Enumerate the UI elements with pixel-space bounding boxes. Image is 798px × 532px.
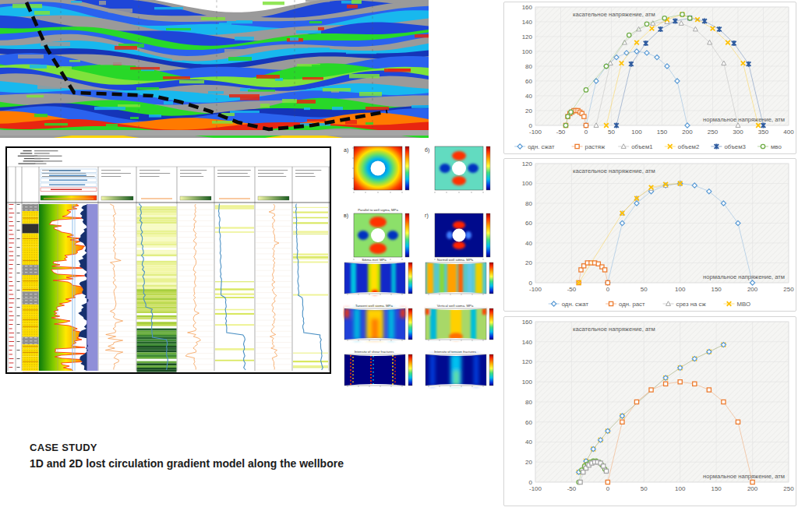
svg-text:-100: -100 [529, 485, 542, 492]
svg-text:60: 60 [525, 419, 532, 426]
svg-text:-100: -100 [529, 286, 542, 293]
colorbar [408, 354, 412, 386]
svg-text:300: 300 [733, 129, 743, 136]
svg-text:объем3: объем3 [724, 143, 745, 150]
svg-text:0: 0 [606, 286, 610, 293]
svg-text:срез на сж: срез на сж [676, 301, 707, 308]
stress-plot-b-label: б) [425, 147, 429, 153]
colorbar [486, 146, 490, 190]
svg-text:одн. сжат: одн. сжат [562, 301, 589, 308]
caption-subtitle: 1D and 2D lost circulation gradient mode… [30, 456, 344, 471]
well-log-svg [5, 146, 331, 374]
mohr-chart-envelope: -100-50050100150200250020406080100120140… [503, 316, 796, 506]
svg-text:40: 40 [525, 93, 532, 100]
svg-text:мво: мво [771, 143, 782, 150]
svg-text:40: 40 [525, 240, 532, 247]
svg-text:250: 250 [783, 286, 794, 293]
svg-text:100: 100 [522, 379, 533, 386]
heatmap-title: Intensity of shear fractures [355, 350, 394, 354]
svg-text:250: 250 [708, 129, 719, 136]
heatmap-title: Tangent well sigma, MPa [355, 304, 393, 308]
svg-text:50: 50 [641, 485, 648, 492]
colorbar [405, 146, 409, 190]
svg-text:150: 150 [711, 286, 722, 293]
stress-plot-v-label: в) [344, 213, 348, 219]
colorbar [408, 262, 412, 294]
svg-text:40: 40 [525, 439, 532, 446]
wellbore-stress-plots: а) б) [343, 145, 499, 271]
case-study-caption: CASE STUDY 1D and 2D lost circulation gr… [30, 441, 344, 471]
svg-text:100: 100 [522, 48, 533, 55]
svg-text:150: 150 [711, 485, 722, 492]
svg-text:200: 200 [747, 286, 758, 293]
svg-text:80: 80 [525, 200, 532, 207]
svg-text:МВО: МВО [737, 301, 751, 308]
heatmap-tangent-sigma: Tangent well sigma, MPa [343, 303, 418, 347]
colorbar [489, 262, 493, 294]
svg-text:нормальное напряжение, атм: нормальное напряжение, атм [703, 116, 785, 123]
mohr-chart-uniaxial-tests: -100-50050100150200250020406080100120кас… [503, 158, 796, 312]
svg-text:одн. сжат: одн. сжат [528, 143, 555, 150]
svg-text:400: 400 [783, 129, 794, 136]
slide-canvas: а) б) [0, 0, 798, 532]
svg-text:0: 0 [529, 122, 533, 129]
heatmap-normal-sigma: Normal well sigma, MPa [424, 257, 499, 301]
svg-text:200: 200 [747, 485, 758, 492]
svg-text:140: 140 [522, 339, 533, 346]
svg-text:60: 60 [525, 220, 532, 227]
svg-text:50: 50 [641, 286, 648, 293]
svg-text:120: 120 [522, 358, 533, 365]
svg-text:20: 20 [525, 459, 532, 466]
svg-text:касательное напряжение, атм: касательное напряжение, атм [573, 11, 655, 18]
svg-text:0: 0 [529, 280, 533, 287]
svg-text:20: 20 [525, 259, 532, 266]
stress-plot-a-label: а) [344, 147, 348, 153]
mohr-chart-volume-tests: -100-50050100150200250300350400020406080… [503, 2, 796, 154]
mohr-chart-1-svg: -100-50050100150200250300350400020406080… [504, 2, 796, 153]
caption-title: CASE STUDY [30, 441, 344, 456]
heatmap-shear-fractures: Intensity of shear fractures [343, 349, 418, 393]
colorbar [405, 213, 409, 257]
svg-text:0: 0 [584, 129, 588, 136]
svg-text:касательное напряжение, атм: касательное напряжение, атм [573, 326, 655, 333]
svg-text:160: 160 [522, 4, 533, 11]
svg-text:0: 0 [606, 485, 610, 492]
svg-text:100: 100 [631, 129, 642, 136]
stress-plot-v-title: Parallel to well sigma, MPa [358, 208, 398, 212]
svg-text:-50: -50 [567, 286, 577, 293]
svg-text:20: 20 [525, 107, 532, 115]
svg-text:250: 250 [783, 485, 794, 492]
heatmap-vertical-sigma: Vertical well sigma, MPa [424, 303, 499, 347]
svg-text:касательное напряжение, атм: касательное напряжение, атм [573, 167, 655, 174]
mohr-chart-3-svg: -100-50050100150200250020406080100120140… [504, 317, 796, 506]
svg-text:50: 50 [608, 129, 615, 136]
heatmap-tension-fractures: Intensity of tension fractures [424, 349, 499, 393]
stress-plot-a: а) [343, 145, 418, 204]
stress-heatmaps: Sigma min, MPa Normal well sigma, MPa [343, 257, 499, 393]
heatmap-title: Vertical well sigma, MPa [437, 304, 474, 308]
well-log-composite [5, 146, 331, 374]
svg-text:160: 160 [522, 319, 533, 326]
svg-text:объем2: объем2 [678, 143, 699, 150]
colorbar [489, 354, 493, 386]
svg-text:100: 100 [522, 180, 533, 187]
svg-text:-50: -50 [567, 485, 577, 492]
svg-text:350: 350 [758, 129, 769, 136]
svg-text:-50: -50 [556, 129, 566, 136]
svg-text:растяж: растяж [585, 143, 606, 150]
seismic-svg [0, 0, 429, 138]
svg-text:120: 120 [522, 160, 533, 167]
stress-plot-g-label: г) [425, 213, 429, 219]
svg-text:нормальное напряжение, атм: нормальное напряжение, атм [703, 473, 785, 480]
svg-text:одн. раст: одн. раст [619, 301, 645, 308]
svg-text:нормальное напряжение, атм: нормальное напряжение, атм [703, 273, 785, 280]
heatmap-title: Normal well sigma, MPa [437, 258, 474, 262]
svg-text:150: 150 [657, 129, 668, 136]
svg-text:0: 0 [529, 479, 533, 486]
colorbar [489, 308, 493, 340]
svg-text:60: 60 [525, 78, 532, 85]
svg-text:200: 200 [682, 129, 693, 136]
heatmap-title: Sigma min, MPa [362, 258, 387, 262]
colorbar [486, 213, 490, 257]
svg-text:объем1: объем1 [631, 143, 652, 150]
